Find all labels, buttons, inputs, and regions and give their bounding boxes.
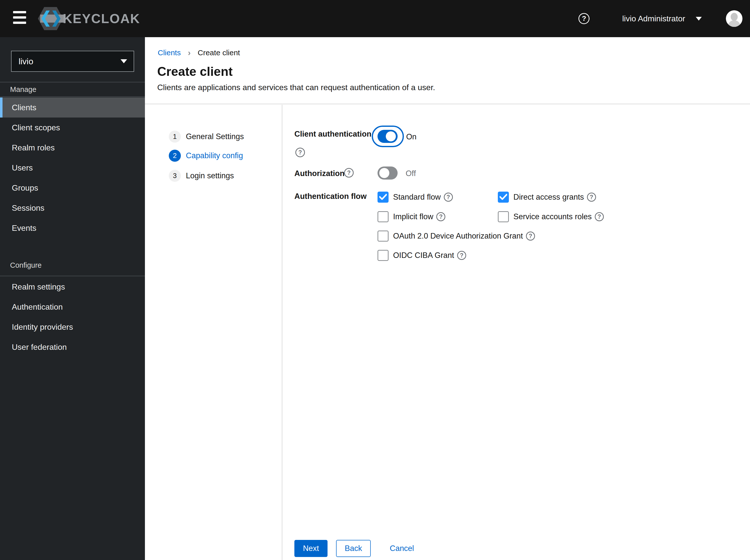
chevron-down-icon — [696, 17, 702, 21]
page-description: Clients are applications and services th… — [157, 83, 435, 92]
sidebar-divider — [0, 82, 145, 82]
nav-group-border — [0, 276, 145, 276]
header-right-group: ? livio Administrator — [578, 0, 743, 37]
nav-group-border — [0, 96, 145, 97]
step-label: Capability config — [186, 151, 243, 160]
sidebar-item-authentication[interactable]: Authentication — [0, 297, 145, 317]
client-authentication-toggle[interactable] — [377, 130, 398, 143]
checkbox-unchecked[interactable] — [498, 211, 509, 222]
toggle-knob — [379, 168, 389, 178]
flow-option-oauth-device-grant[interactable]: OAuth 2.0 Device Authorization Grant ? — [377, 231, 535, 242]
flow-option-implicit-flow[interactable]: Implicit flow ? — [377, 211, 445, 222]
top-header-bar: KEYCLOAK ? livio Administrator — [0, 0, 750, 37]
authorization-state: Off — [406, 169, 416, 178]
steps-form-divider — [282, 105, 282, 560]
flow-option-standard-flow[interactable]: Standard flow ? — [377, 192, 453, 203]
sidebar-item-clients[interactable]: Clients — [0, 97, 145, 118]
sidebar-item-user-federation[interactable]: User federation — [0, 337, 145, 357]
brand-text: KEYCLOAK — [63, 11, 140, 26]
sidebar-item-client-scopes[interactable]: Client scopes — [0, 118, 145, 138]
avatar-person-icon — [731, 13, 738, 21]
checkbox-unchecked[interactable] — [377, 250, 389, 261]
keycloak-admin-console: KEYCLOAK ? livio Administrator livio Man… — [0, 0, 750, 560]
authentication-flow-label: Authentication flow — [294, 192, 367, 201]
sidebar-item-groups[interactable]: Groups — [0, 178, 145, 198]
wizard-body: 1 General Settings 2 Capability config 3… — [145, 105, 750, 560]
flow-option-direct-access-grants[interactable]: Direct access grants ? — [498, 192, 596, 203]
check-icon — [379, 194, 387, 200]
wizard-step-general-settings[interactable]: 1 General Settings — [169, 131, 244, 143]
breadcrumb-separator-icon: › — [188, 48, 191, 58]
nav-group-title-configure: Configure — [10, 261, 42, 269]
sidebar-item-events[interactable]: Events — [0, 218, 145, 238]
checkbox-checked[interactable] — [377, 192, 389, 203]
check-icon — [499, 194, 507, 200]
step-label: Login settings — [186, 171, 234, 180]
page-title: Create client — [157, 64, 233, 79]
checkbox-checked[interactable] — [498, 192, 509, 203]
flow-option-service-accounts-roles[interactable]: Service accounts roles ? — [498, 211, 604, 222]
user-menu-label: livio Administrator — [622, 14, 685, 23]
avatar[interactable] — [726, 10, 743, 27]
client-authentication-label: Client authentication — [294, 129, 372, 139]
chevron-down-icon — [121, 59, 127, 63]
sidebar-item-realm-roles[interactable]: Realm roles — [0, 138, 145, 158]
step-number: 3 — [169, 170, 181, 182]
step-label: General Settings — [186, 132, 244, 141]
authorization-toggle[interactable] — [377, 166, 398, 180]
breadcrumb-current: Create client — [198, 48, 240, 57]
sidebar-item-users[interactable]: Users — [0, 158, 145, 178]
cancel-button[interactable]: Cancel — [387, 540, 417, 557]
nav-group-title-manage: Manage — [10, 85, 36, 94]
toggle-knob — [386, 131, 396, 141]
oauth-device-grant-help-icon[interactable]: ? — [526, 232, 535, 241]
oidc-ciba-grant-help-icon[interactable]: ? — [457, 251, 466, 260]
page-header: Clients › Create client Create client Cl… — [145, 37, 750, 104]
breadcrumb-link-clients[interactable]: Clients — [158, 48, 181, 57]
sidebar-item-sessions[interactable]: Sessions — [0, 198, 145, 218]
sidebar-item-identity-providers[interactable]: Identity providers — [0, 317, 145, 337]
checkbox-unchecked[interactable] — [377, 231, 389, 242]
flow-option-oidc-ciba-grant[interactable]: OIDC CIBA Grant ? — [377, 250, 466, 261]
wizard-step-capability-config[interactable]: 2 Capability config — [169, 150, 243, 162]
standard-flow-help-icon[interactable]: ? — [444, 193, 453, 202]
next-button[interactable]: Next — [294, 540, 328, 557]
sidebar-item-realm-settings[interactable]: Realm settings — [0, 277, 145, 297]
direct-access-grants-help-icon[interactable]: ? — [587, 193, 596, 202]
hamburger-menu-icon[interactable] — [13, 11, 27, 26]
client-authentication-help-icon[interactable]: ? — [295, 148, 305, 157]
realm-selector-value: livio — [19, 57, 34, 66]
user-menu-dropdown[interactable]: livio Administrator — [622, 14, 702, 23]
authorization-label: Authorization — [294, 169, 344, 178]
wizard-step-login-settings[interactable]: 3 Login settings — [169, 170, 234, 182]
breadcrumb: Clients › Create client — [158, 48, 240, 58]
checkbox-unchecked[interactable] — [377, 211, 389, 222]
realm-selector[interactable]: livio — [11, 51, 134, 72]
sidebar-nav: livio Manage Clients Client scopes Realm… — [0, 37, 145, 560]
step-number: 2 — [169, 150, 181, 162]
help-icon[interactable]: ? — [578, 13, 590, 24]
client-authentication-state: On — [406, 132, 416, 141]
authorization-help-icon[interactable]: ? — [344, 168, 354, 178]
keycloak-logo[interactable]: KEYCLOAK — [37, 6, 140, 31]
back-button[interactable]: Back — [336, 540, 371, 557]
implicit-flow-help-icon[interactable]: ? — [436, 212, 445, 221]
step-number: 1 — [169, 131, 181, 143]
keycloak-logo-icon — [37, 6, 64, 31]
service-accounts-roles-help-icon[interactable]: ? — [595, 212, 604, 221]
